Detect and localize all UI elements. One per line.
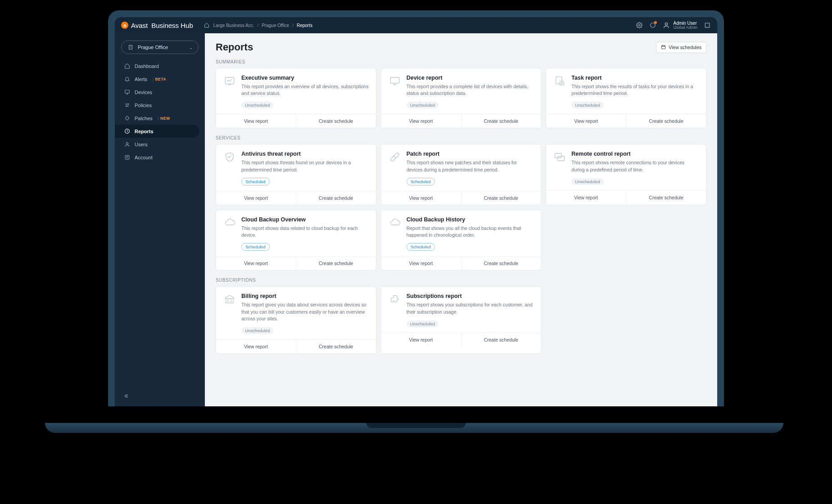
card-title: Patch report <box>407 151 534 157</box>
home-icon[interactable] <box>203 22 210 29</box>
svg-rect-13 <box>225 77 234 84</box>
sidebar: Prague Office ⌄ Dashboard Alerts BETA De… <box>115 33 205 406</box>
sidebar-item-label: Users <box>135 142 148 147</box>
breadcrumb-item[interactable]: Prague Office <box>262 23 289 28</box>
section-label: SERVICES <box>216 135 706 140</box>
view-report-button[interactable]: View report <box>381 114 461 128</box>
sidebar-item-reports[interactable]: Reports <box>115 125 199 138</box>
view-schedules-button[interactable]: View schedules <box>656 42 706 53</box>
report-card: Remote control report This report shows … <box>546 144 706 205</box>
sidebar-item-label: Alerts <box>135 76 147 82</box>
clock-icon <box>124 128 130 134</box>
view-schedules-label: View schedules <box>669 45 701 50</box>
sidebar-item-users[interactable]: Users <box>115 138 205 151</box>
report-card: Patch report This report shows new patch… <box>381 144 542 205</box>
chart-icon <box>223 75 236 87</box>
gear-icon[interactable] <box>636 22 643 29</box>
create-schedule-button[interactable]: Create schedule <box>461 333 541 346</box>
report-card: Cloud Backup Overview This report shows … <box>216 210 376 270</box>
view-report-button[interactable]: View report <box>216 114 296 128</box>
card-title: Cloud Backup History <box>407 216 534 223</box>
bell-icon <box>124 76 130 82</box>
site-selector[interactable]: Prague Office ⌄ <box>121 40 199 54</box>
card-description: This report shows threats found on your … <box>241 159 369 173</box>
sidebar-item-policies[interactable]: Policies <box>115 99 205 112</box>
section-label: SUMMARIES <box>216 59 706 64</box>
notification-icon[interactable] <box>649 22 656 29</box>
cloud-icon <box>389 216 401 229</box>
create-schedule-button[interactable]: Create schedule <box>296 114 376 128</box>
bank-icon <box>223 293 236 306</box>
svg-point-0 <box>639 24 641 26</box>
card-title: Remote control report <box>571 151 699 157</box>
breadcrumb-sep: / <box>257 23 258 28</box>
create-schedule-button[interactable]: Create schedule <box>296 340 376 353</box>
sidebar-item-label: Patches <box>135 116 153 121</box>
brand-suffix: Business Hub <box>151 22 193 29</box>
create-schedule-button[interactable]: Create schedule <box>296 191 376 205</box>
nav-badge: BETA <box>153 77 166 81</box>
status-badge: Unscheduled <box>571 102 603 108</box>
sidebar-item-label: Reports <box>135 129 154 134</box>
monitor-icon <box>389 75 401 87</box>
view-report-button[interactable]: View report <box>381 333 461 346</box>
sidebar-item-label: Devices <box>135 90 152 95</box>
monitor-icon <box>124 89 130 95</box>
status-badge: Scheduled <box>241 243 270 251</box>
svg-point-2 <box>665 23 668 25</box>
card-description: This report provides a complete list of … <box>407 83 534 97</box>
create-schedule-button[interactable]: Create schedule <box>461 114 541 128</box>
svg-rect-8 <box>125 116 129 120</box>
create-schedule-button[interactable]: Create schedule <box>626 114 706 128</box>
svg-rect-17 <box>390 153 399 162</box>
svg-point-1 <box>651 23 656 28</box>
section-label: SUBSCRIPTIONS <box>216 278 706 283</box>
status-badge: Scheduled <box>407 243 435 251</box>
view-report-button[interactable]: View report <box>546 114 626 128</box>
shield-icon <box>223 151 236 163</box>
brand-name: Avast <box>131 22 148 29</box>
svg-rect-3 <box>705 23 709 27</box>
card-description: This report provides an overview of all … <box>241 83 369 97</box>
collapse-sidebar-icon[interactable] <box>115 387 205 406</box>
card-grid: Antivirus threat report This report show… <box>216 144 706 270</box>
user-name: Admin User <box>673 21 697 26</box>
card-title: Antivirus threat report <box>241 151 369 157</box>
user-icon <box>124 141 130 147</box>
create-schedule-button[interactable]: Create schedule <box>296 256 376 270</box>
sidebar-item-dashboard[interactable]: Dashboard <box>115 59 205 72</box>
sidebar-item-alerts[interactable]: Alerts BETA <box>115 72 205 86</box>
view-report-button[interactable]: View report <box>216 340 296 353</box>
svg-point-19 <box>395 158 396 158</box>
card-title: Task report <box>571 75 699 81</box>
breadcrumb-item[interactable]: Large Business Acc. <box>213 23 254 28</box>
sidebar-item-account[interactable]: Account <box>115 151 205 164</box>
view-report-button[interactable]: View report <box>381 256 461 270</box>
svg-rect-12 <box>662 45 665 49</box>
card-description: Report that shows you all the cloud back… <box>407 225 534 238</box>
breadcrumb: Large Business Acc. / Prague Office / Re… <box>203 22 312 29</box>
view-report-button[interactable]: View report <box>381 191 461 205</box>
user-chip[interactable]: Admin User Global Admin <box>663 21 697 30</box>
view-report-button[interactable]: View report <box>216 191 296 205</box>
sidebar-item-devices[interactable]: Devices <box>115 86 205 99</box>
remote-icon <box>553 151 566 163</box>
avast-logo-icon: a <box>121 22 128 29</box>
patch-icon <box>124 115 130 121</box>
create-schedule-button[interactable]: Create schedule <box>461 256 541 270</box>
view-report-button[interactable]: View report <box>546 191 626 204</box>
create-schedule-button[interactable]: Create schedule <box>626 191 706 204</box>
view-report-button[interactable]: View report <box>216 256 296 270</box>
card-grid: Executive summary This report provides a… <box>216 68 706 128</box>
card-description: This report shows your subscriptions for… <box>407 302 534 315</box>
card-description: This report shows the results of tasks f… <box>571 83 699 97</box>
card-title: Device report <box>407 75 534 81</box>
create-schedule-button[interactable]: Create schedule <box>461 191 541 205</box>
status-badge: Unscheduled <box>241 327 273 334</box>
status-badge: Unscheduled <box>241 102 273 108</box>
expand-icon[interactable] <box>704 22 711 29</box>
report-card: Subscriptions report This report shows y… <box>381 286 542 354</box>
calendar-icon <box>661 45 666 50</box>
sidebar-item-patches[interactable]: Patches NEW <box>115 112 205 125</box>
chevron-down-icon: ⌄ <box>189 45 193 50</box>
